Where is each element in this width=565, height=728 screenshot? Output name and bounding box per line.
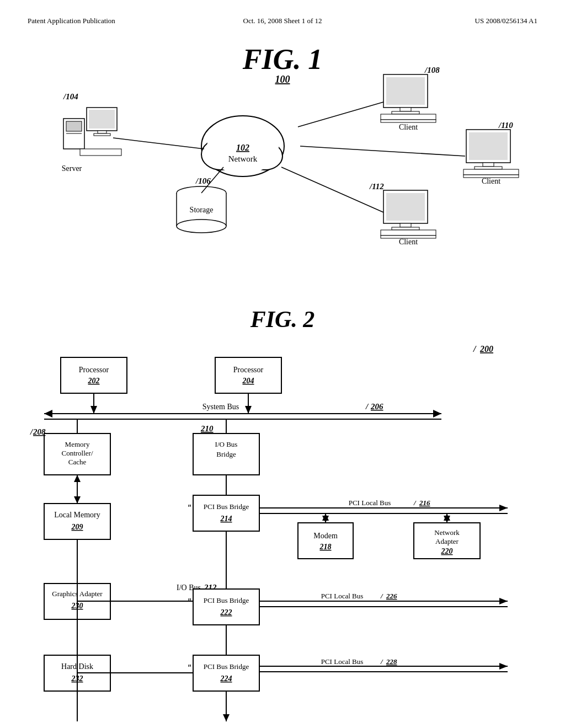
svg-marker-67	[433, 410, 441, 417]
svg-text:209: 209	[71, 523, 83, 531]
svg-rect-140	[193, 655, 259, 691]
svg-rect-46	[392, 227, 419, 230]
svg-text:Storage: Storage	[190, 206, 214, 214]
svg-text:Modem: Modem	[313, 532, 338, 540]
svg-text:Client: Client	[399, 123, 418, 131]
svg-text:Cache: Cache	[68, 458, 87, 466]
svg-point-24	[177, 220, 226, 233]
svg-rect-97	[193, 495, 259, 531]
svg-text:Processor: Processor	[79, 366, 109, 374]
svg-text:PCI Bus Bridge: PCI Bus Bridge	[204, 502, 249, 511]
svg-text:206: 206	[370, 402, 383, 411]
svg-text:102: 102	[236, 143, 249, 152]
svg-rect-44	[386, 193, 425, 221]
svg-marker-146	[499, 663, 508, 670]
svg-rect-37	[483, 163, 494, 167]
svg-text:Adapter: Adapter	[435, 537, 459, 545]
svg-text:214: 214	[220, 515, 232, 523]
svg-rect-17	[80, 149, 121, 156]
svg-text:/: /	[413, 499, 417, 507]
svg-text:220: 220	[441, 547, 453, 555]
fig2-section: FIG. 2 200 / Processor 202 Processor 204…	[28, 306, 537, 717]
svg-rect-15	[98, 131, 106, 133]
svg-text:Client: Client	[399, 238, 418, 246]
svg-text:/108: /108	[424, 66, 440, 74]
svg-text:Server: Server	[62, 164, 82, 173]
svg-text:100: 100	[275, 74, 290, 85]
svg-text:/104: /104	[63, 92, 78, 101]
svg-marker-74	[245, 406, 252, 414]
svg-marker-127	[499, 598, 508, 604]
svg-text:ʺ: ʺ	[188, 664, 191, 673]
svg-text:/: /	[365, 402, 369, 411]
svg-rect-108	[298, 523, 353, 559]
svg-text:System Bus: System Bus	[202, 403, 239, 411]
fig2-title: FIG. 2	[28, 306, 537, 333]
svg-marker-103	[499, 505, 508, 511]
svg-rect-61	[215, 357, 281, 393]
svg-rect-39	[463, 169, 519, 175]
svg-line-53	[298, 102, 383, 127]
svg-text:Controller/: Controller/	[61, 449, 93, 457]
svg-rect-32	[381, 120, 436, 122]
svg-text:224: 224	[220, 675, 232, 683]
svg-marker-92	[74, 496, 81, 504]
header-patent-num: US 2008/0256134 A1	[367, 17, 537, 25]
svg-text:/: /	[380, 592, 383, 600]
header-publication: Patent Application Publication	[28, 17, 198, 25]
svg-text:ʺ: ʺ	[188, 504, 191, 513]
svg-text:Client: Client	[482, 177, 500, 185]
fig2-diagram: 200 / Processor 202 Processor 204 System…	[28, 335, 537, 728]
page-header: Patent Application Publication Oct. 16, …	[28, 11, 537, 31]
svg-line-54	[300, 146, 465, 156]
svg-rect-29	[400, 108, 411, 111]
svg-text:PCI Local Bus: PCI Local Bus	[321, 592, 364, 600]
svg-text:Network: Network	[228, 154, 258, 163]
svg-text:204: 204	[242, 377, 254, 385]
svg-text:218: 218	[319, 543, 332, 551]
svg-marker-93	[74, 475, 81, 482]
svg-rect-45	[400, 223, 411, 227]
svg-text:210: 210	[200, 424, 214, 433]
svg-text:PCI Local Bus: PCI Local Bus	[349, 499, 391, 507]
svg-marker-72	[90, 406, 97, 414]
header-date-sheet: Oct. 16, 2008 Sheet 1 of 12	[198, 17, 367, 25]
svg-rect-38	[475, 167, 502, 169]
svg-text:226: 226	[386, 592, 397, 600]
svg-marker-151	[223, 714, 230, 721]
svg-text:PCI Bus Bridge: PCI Bus Bridge	[204, 662, 249, 671]
svg-line-51	[113, 138, 204, 149]
fig1-diagram: FIG. 1 100 102 Network	[28, 30, 537, 290]
svg-text:FIG. 1: FIG. 1	[242, 44, 322, 75]
svg-text:216: 216	[419, 499, 430, 507]
svg-rect-11	[66, 121, 82, 131]
svg-text:202: 202	[88, 377, 100, 385]
svg-rect-88	[44, 504, 110, 539]
svg-text:208: 208	[33, 427, 46, 436]
svg-text:222: 222	[220, 608, 232, 617]
svg-rect-14	[89, 110, 115, 129]
svg-rect-31	[381, 114, 436, 120]
svg-text:/110: /110	[498, 121, 513, 130]
svg-rect-121	[193, 589, 259, 625]
svg-text:PCI Local Bus: PCI Local Bus	[321, 657, 364, 666]
svg-text:ʺ: ʺ	[188, 598, 191, 607]
svg-rect-47	[381, 230, 436, 235]
svg-line-55	[281, 167, 383, 212]
svg-text:200: 200	[479, 344, 493, 354]
svg-text:Processor: Processor	[233, 366, 264, 374]
svg-text:/112: /112	[369, 182, 384, 191]
svg-rect-58	[61, 357, 127, 393]
page: Patent Application Publication Oct. 16, …	[0, 0, 565, 728]
fig2-label: FIG. 2	[250, 307, 315, 332]
svg-text:/106: /106	[195, 176, 211, 185]
svg-text:Bridge: Bridge	[216, 450, 236, 458]
svg-text:Local Memory: Local Memory	[54, 511, 100, 519]
svg-rect-28	[386, 77, 425, 105]
svg-marker-66	[44, 410, 52, 417]
svg-text:I/O Bus: I/O Bus	[215, 440, 238, 448]
svg-text:/: /	[380, 657, 383, 666]
svg-rect-36	[469, 132, 508, 160]
svg-rect-30	[392, 111, 419, 114]
svg-rect-16	[94, 133, 110, 136]
